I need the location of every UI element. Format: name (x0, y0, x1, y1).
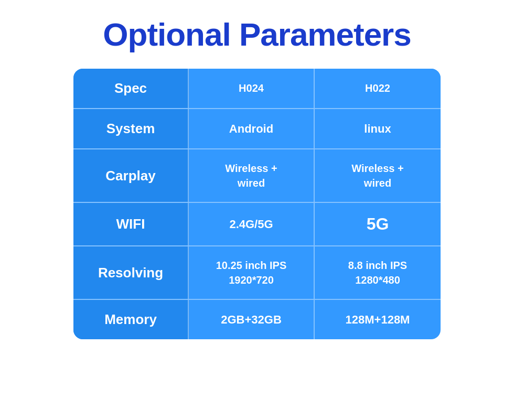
table-row-wifi: WIFI 2.4G/5G 5G (73, 203, 441, 246)
spec-label-system: System (106, 121, 155, 137)
page-title: Optional Parameters (103, 16, 411, 53)
col1-memory: 2GB+32GB (189, 300, 315, 339)
header-col1-label: H024 (239, 82, 264, 94)
header-spec-cell: Spec (73, 69, 189, 108)
spec-label-wifi: WIFI (116, 216, 145, 232)
col1-wifi: 2.4G/5G (189, 203, 315, 245)
spec-cell-carplay: Carplay (73, 149, 189, 202)
header-spec-label: Spec (114, 80, 147, 96)
col2-resolving: 8.8 inch IPS1280*480 (315, 246, 441, 299)
header-col2-label: H022 (365, 82, 390, 94)
col1-resolving: 10.25 inch IPS1920*720 (189, 246, 315, 299)
spec-label-resolving: Resolving (98, 265, 163, 281)
spec-cell-system: System (73, 109, 189, 148)
col1-system: Android (189, 109, 315, 148)
spec-cell-wifi: WIFI (73, 203, 189, 245)
spec-cell-memory: Memory (73, 300, 189, 339)
table-header-row: Spec H024 H022 (73, 69, 441, 109)
table-row-system: System Android linux (73, 109, 441, 149)
col1-resolving-value: 10.25 inch IPS1920*720 (216, 258, 287, 287)
col1-carplay-value: Wireless +wired (225, 161, 277, 190)
spec-label-memory: Memory (104, 311, 157, 328)
col1-carplay: Wireless +wired (189, 149, 315, 202)
table-row-memory: Memory 2GB+32GB 128M+128M (73, 300, 441, 339)
col2-carplay: Wireless +wired (315, 149, 441, 202)
header-col2-cell: H022 (315, 69, 441, 108)
parameters-table: Spec H024 H022 System Android linux Carp… (73, 69, 441, 339)
col2-carplay-value: Wireless +wired (351, 161, 403, 190)
col2-wifi: 5G (315, 203, 441, 245)
table-row-resolving: Resolving 10.25 inch IPS1920*720 8.8 inc… (73, 246, 441, 300)
col1-memory-value: 2GB+32GB (221, 313, 282, 327)
col2-resolving-value: 8.8 inch IPS1280*480 (348, 258, 407, 287)
col2-system-value: linux (364, 122, 391, 136)
spec-label-carplay: Carplay (105, 168, 155, 184)
col2-memory: 128M+128M (315, 300, 441, 339)
col1-wifi-value: 2.4G/5G (229, 218, 273, 231)
col2-system: linux (315, 109, 441, 148)
table-row-carplay: Carplay Wireless +wired Wireless +wired (73, 149, 441, 203)
spec-cell-resolving: Resolving (73, 246, 189, 299)
col1-system-value: Android (229, 122, 273, 136)
col2-memory-value: 128M+128M (346, 313, 410, 327)
col2-wifi-value: 5G (367, 214, 389, 234)
header-col1-cell: H024 (189, 69, 315, 108)
